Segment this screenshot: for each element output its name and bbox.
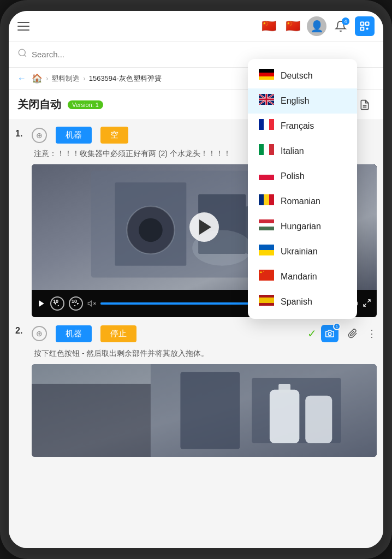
flag-es-svg	[259, 295, 274, 306]
camera-badge: 1	[333, 323, 341, 330]
svg-rect-38	[180, 372, 240, 449]
svg-rect-1	[366, 22, 369, 25]
svg-rect-51	[264, 144, 269, 155]
step-2-action-buttons: ✓ 1	[307, 324, 377, 343]
step-2-image	[32, 364, 377, 457]
avatar[interactable]: 👤	[307, 16, 326, 36]
svg-rect-58	[259, 219, 274, 223]
hamburger-menu-button[interactable]	[17, 16, 37, 36]
lang-item-english[interactable]: English	[248, 88, 357, 114]
lang-label-ukrainian: Ukrainian	[281, 247, 318, 257]
flag-ua	[259, 245, 274, 259]
lang-item-italian[interactable]: Italian	[248, 139, 357, 164]
gb-flag-button[interactable]: 🇨🇳	[283, 16, 302, 36]
lang-item-romanian[interactable]: Romanian	[248, 189, 357, 214]
lang-label-romanian: Romanian	[281, 197, 320, 206]
flag-ro	[259, 194, 274, 209]
forward-10-button[interactable]: 10	[69, 296, 83, 311]
step-2-tags-row: ⊕ 机器 停止 ✓ 1	[32, 324, 377, 343]
breadcrumb-item-1[interactable]: 塑料制造	[51, 74, 80, 84]
step-2-number: 2.	[15, 324, 26, 336]
lang-label-english: English	[281, 96, 309, 106]
notification-badge: 4	[342, 17, 349, 25]
back-button[interactable]: ←	[17, 74, 26, 84]
rewind-10-button[interactable]: 10	[50, 296, 64, 311]
lang-item-spanish[interactable]: Spanish	[248, 289, 357, 314]
progress-fill	[100, 302, 269, 305]
lang-label-mandarin: Mandarin	[281, 272, 317, 282]
step-2-check-button[interactable]: ✓	[307, 327, 317, 340]
step-2-outer: 2. ⊕ 机器 停止 ✓ 1	[9, 317, 383, 457]
step-2-camera-button[interactable]: 1	[321, 325, 338, 342]
svg-line-6	[24, 55, 26, 56]
flag-gb-svg	[259, 94, 274, 105]
svg-rect-44	[259, 73, 274, 76]
fullscreen-button[interactable]	[363, 299, 371, 309]
step-2-attachment-button[interactable]	[343, 324, 363, 343]
document-button[interactable]	[355, 95, 375, 115]
cn-flag-button[interactable]: 🇨🇳	[259, 16, 278, 36]
svg-rect-56	[264, 194, 269, 205]
search-icon	[17, 48, 27, 61]
volume-button[interactable]	[87, 299, 96, 308]
breadcrumb-sep-2: ›	[83, 74, 85, 82]
flag-ua-svg	[259, 245, 274, 255]
step-2-content: ⊕ 机器 停止 ✓ 1	[32, 324, 377, 457]
flag-ro-svg	[259, 194, 274, 205]
page-title: 关闭自动	[17, 97, 61, 112]
tablet-frame: 🇨🇳 🇨🇳 👤 4	[0, 0, 392, 559]
svg-rect-49	[269, 119, 274, 130]
flag-pl	[259, 169, 274, 183]
svg-rect-2	[361, 27, 364, 30]
svg-rect-54	[259, 175, 274, 180]
home-button[interactable]: 🏠	[32, 73, 43, 84]
svg-rect-52	[269, 144, 274, 155]
step-2-note: 按下红色按钮 - 然后取出剩余部件并将其放入拖体。	[32, 349, 377, 359]
step-2-expand-button[interactable]: ⊕	[32, 326, 47, 341]
lang-item-hungarian[interactable]: Hungarian	[248, 214, 357, 239]
svg-rect-61	[259, 245, 274, 250]
svg-rect-36	[32, 384, 151, 457]
lang-item-ukrainian[interactable]: Ukrainian	[248, 239, 357, 264]
top-bar: 🇨🇳 🇨🇳 👤 4	[9, 11, 383, 41]
lang-label-hungarian: Hungarian	[281, 222, 321, 231]
qr-scan-button[interactable]	[355, 16, 375, 36]
step-2-image-inner	[32, 364, 377, 457]
svg-rect-57	[269, 194, 274, 205]
lang-item-mandarin[interactable]: Mandarin	[248, 264, 357, 289]
svg-point-5	[19, 49, 25, 56]
svg-marker-28	[88, 301, 91, 306]
lang-item-francais[interactable]: Français	[248, 114, 357, 139]
lang-label-polish: Polish	[281, 171, 305, 181]
play-button[interactable]	[189, 212, 219, 242]
lang-label-italian: Italian	[281, 146, 304, 156]
svg-rect-41	[305, 396, 332, 443]
step-2-tag-machine: 机器	[56, 325, 92, 342]
top-bar-right: 🇨🇳 🇨🇳 👤 4	[259, 16, 375, 36]
lang-label-francais: Français	[281, 121, 314, 131]
flag-de-svg	[259, 69, 274, 80]
svg-rect-40	[270, 390, 299, 443]
play-icon	[199, 219, 211, 235]
lang-item-deutsch[interactable]: Deutsch	[248, 63, 357, 88]
svg-rect-43	[259, 69, 274, 73]
flag-fr	[259, 119, 274, 133]
breadcrumb-item-2[interactable]: 1563594-灰色塑料弹簧	[89, 74, 162, 84]
svg-rect-42	[278, 384, 290, 393]
svg-line-32	[364, 304, 366, 306]
svg-rect-55	[259, 194, 264, 205]
step-2-more-button[interactable]: ⋮	[367, 328, 377, 340]
svg-rect-45	[259, 76, 274, 80]
flag-cn	[259, 270, 274, 284]
search-input[interactable]	[32, 50, 375, 59]
notifications-button[interactable]: 4	[331, 16, 351, 36]
step-2-tag-status: 停止	[100, 325, 136, 342]
language-dropdown: Deutsch English	[248, 59, 357, 319]
lang-item-polish[interactable]: Polish	[248, 164, 357, 189]
play-pause-button[interactable]	[37, 299, 46, 308]
version-badge: Version: 1	[68, 100, 103, 109]
breadcrumb-sep-1: ›	[46, 74, 48, 82]
step-1-expand-button[interactable]: ⊕	[32, 128, 47, 143]
flag-hu	[259, 219, 274, 234]
svg-rect-0	[361, 22, 364, 25]
